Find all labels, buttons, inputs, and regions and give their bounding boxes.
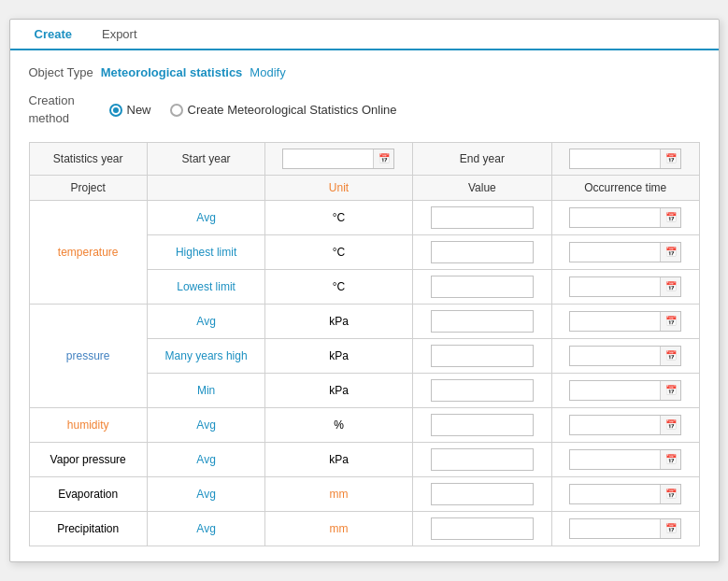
- unit-evaporation: mm: [265, 476, 412, 511]
- unit-temp-low: °C: [265, 269, 412, 304]
- value-pressure-high: [412, 338, 551, 373]
- value-pressure-avg: [412, 304, 551, 338]
- object-type-label: Object Type: [29, 65, 93, 79]
- value-pressure-min-input[interactable]: [432, 380, 533, 401]
- table-row: humidity Avg % 📅: [29, 407, 699, 442]
- occurrence-temp-low-wrapper: 📅: [569, 276, 681, 297]
- project-humidity: humidity: [29, 407, 147, 442]
- occurrence-humidity-input[interactable]: [570, 417, 660, 433]
- unit-pressure-avg: kPa: [265, 304, 412, 338]
- occurrence-humidity-cal[interactable]: 📅: [660, 416, 680, 434]
- value-temp-low-input[interactable]: [432, 276, 533, 297]
- project-pressure: pressure: [29, 304, 147, 407]
- value-evaporation-wrapper: [431, 483, 534, 505]
- sub-min-pressure: Min: [147, 373, 264, 407]
- header-row-1: Statistics year Start year 📅 End year 📅: [29, 142, 699, 175]
- occurrence-vapor-input[interactable]: [570, 451, 660, 468]
- occurrence-evaporation-cal[interactable]: 📅: [660, 485, 680, 503]
- header-row-2: Project Unit Value Occurrence time: [29, 175, 699, 200]
- occurrence-vapor-cal[interactable]: 📅: [660, 450, 680, 469]
- occurrence-precipitation-cal[interactable]: 📅: [660, 519, 680, 538]
- value-humidity: [412, 407, 551, 442]
- data-table: Statistics year Start year 📅 End year 📅: [29, 142, 700, 546]
- start-year-input-wrapper: 📅: [282, 149, 394, 169]
- value-humidity-input[interactable]: [432, 415, 533, 435]
- occurrence-temp-avg-input[interactable]: [570, 209, 660, 226]
- value-pressure-avg-wrapper: [431, 310, 534, 333]
- occurrence-pressure-high-cal[interactable]: 📅: [660, 347, 680, 365]
- sub-avg-temp: Avg: [147, 200, 264, 234]
- th-end-year-input: 📅: [552, 142, 699, 175]
- project-evaporation: Evaporation: [29, 476, 147, 511]
- occurrence-temp-high-cal[interactable]: 📅: [660, 243, 680, 262]
- occurrence-pressure-avg: 📅: [552, 304, 699, 338]
- value-vapor-input[interactable]: [432, 449, 533, 470]
- end-year-calendar-icon[interactable]: 📅: [660, 149, 680, 168]
- value-evaporation-input[interactable]: [432, 484, 533, 504]
- unit-temp-avg: °C: [265, 200, 412, 234]
- th-project: Project: [29, 175, 147, 200]
- value-pressure-high-input[interactable]: [432, 346, 533, 366]
- occurrence-temp-avg-cal[interactable]: 📅: [660, 208, 680, 227]
- th-start-year-input: 📅: [265, 142, 412, 175]
- radio-online-label: Create Meteorological Statistics Online: [188, 103, 397, 117]
- occurrence-temp-high-wrapper: 📅: [569, 242, 681, 262]
- table-row: Vapor pressure Avg kPa 📅: [29, 442, 699, 476]
- occurrence-pressure-high-input[interactable]: [570, 347, 660, 364]
- creation-method-row: Creation method New Create Meteorologica…: [29, 92, 700, 126]
- main-window: Create Export Object Type Meteorological…: [9, 19, 720, 561]
- th-unit: Unit: [265, 175, 412, 200]
- radio-group: New Create Meteorological Statistics Onl…: [109, 103, 397, 117]
- occurrence-temp-high-input[interactable]: [570, 244, 660, 261]
- occurrence-vapor: 📅: [552, 442, 699, 476]
- value-temp-avg-input[interactable]: [432, 207, 533, 228]
- th-value: Value: [412, 175, 551, 200]
- radio-new-label: New: [127, 103, 151, 117]
- sub-avg-precipitation: Avg: [147, 511, 264, 546]
- value-pressure-avg-input[interactable]: [432, 311, 533, 332]
- radio-new[interactable]: New: [109, 103, 151, 117]
- start-year-input[interactable]: [283, 150, 373, 167]
- occurrence-pressure-avg-input[interactable]: [570, 313, 660, 330]
- content-area: Object Type Meteorological statistics Mo…: [10, 50, 719, 560]
- occurrence-precipitation: 📅: [552, 511, 699, 546]
- modify-link[interactable]: Modify: [250, 65, 285, 79]
- value-temp-high: [412, 234, 551, 269]
- sub-avg-vapor: Avg: [147, 442, 264, 476]
- occurrence-temp-low-cal[interactable]: 📅: [660, 277, 680, 296]
- occurrence-temp-avg: 📅: [552, 200, 699, 234]
- occurrence-pressure-min-cal[interactable]: 📅: [660, 381, 680, 400]
- tab-create[interactable]: Create: [20, 20, 87, 50]
- end-year-input[interactable]: [570, 150, 660, 167]
- occurrence-temp-low: 📅: [552, 269, 699, 304]
- tab-export[interactable]: Export: [87, 20, 152, 50]
- occurrence-pressure-min-input[interactable]: [570, 382, 660, 399]
- occurrence-evaporation-wrapper: 📅: [569, 484, 681, 504]
- value-pressure-high-wrapper: [431, 345, 534, 367]
- table-row: temperature Avg °C 📅: [29, 200, 699, 234]
- value-temp-high-input[interactable]: [432, 242, 533, 262]
- radio-online[interactable]: Create Meteorological Statistics Online: [170, 103, 397, 117]
- occurrence-temp-low-input[interactable]: [570, 278, 660, 295]
- start-year-calendar-icon[interactable]: 📅: [373, 149, 393, 168]
- occurrence-pressure-high: 📅: [552, 338, 699, 373]
- value-precipitation-input[interactable]: [432, 518, 533, 539]
- sub-highest-temp: Highest limit: [147, 234, 264, 269]
- occurrence-precipitation-input[interactable]: [570, 520, 660, 537]
- sub-lowest-temp: Lowest limit: [147, 269, 264, 304]
- radio-online-circle[interactable]: [170, 104, 183, 117]
- occurrence-pressure-avg-cal[interactable]: 📅: [660, 312, 680, 331]
- end-year-input-wrapper: 📅: [569, 149, 681, 169]
- occurrence-pressure-avg-wrapper: 📅: [569, 311, 681, 332]
- occurrence-evaporation-input[interactable]: [570, 486, 660, 503]
- value-pressure-min-wrapper: [431, 379, 534, 402]
- value-temp-low-wrapper: [431, 276, 534, 298]
- project-precipitation: Precipitation: [29, 511, 147, 546]
- radio-new-circle[interactable]: [109, 104, 122, 117]
- occurrence-pressure-min: 📅: [552, 373, 699, 407]
- sub-manyyears-pressure: Many years high: [147, 338, 264, 373]
- occurrence-pressure-min-wrapper: 📅: [569, 380, 681, 401]
- object-type-row: Object Type Meteorological statistics Mo…: [29, 65, 700, 79]
- project-vapor: Vapor pressure: [29, 442, 147, 476]
- sub-avg-humidity: Avg: [147, 407, 264, 442]
